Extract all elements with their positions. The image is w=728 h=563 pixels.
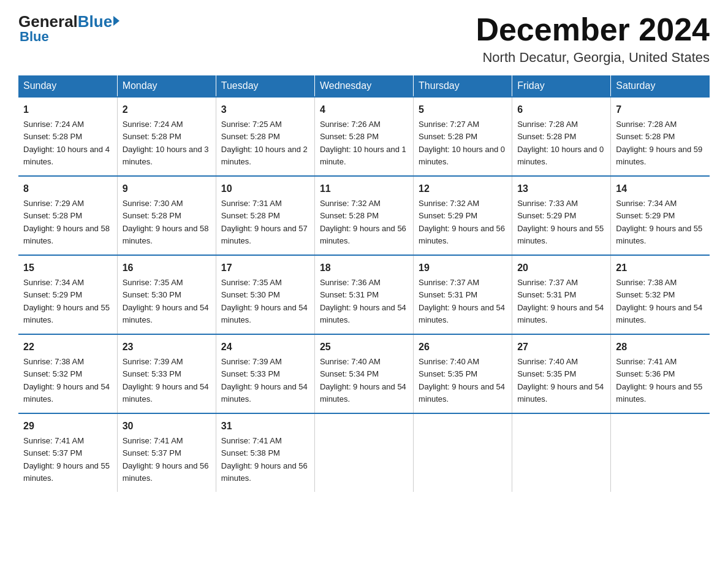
day-info: Sunrise: 7:39 AMSunset: 5:33 PMDaylight:…: [221, 357, 308, 404]
calendar-cell: [611, 413, 710, 492]
calendar-week-5: 29Sunrise: 7:41 AMSunset: 5:37 PMDayligh…: [18, 413, 710, 492]
calendar-cell: 15Sunrise: 7:34 AMSunset: 5:29 PMDayligh…: [18, 255, 117, 334]
day-info: Sunrise: 7:41 AMSunset: 5:37 PMDaylight:…: [23, 436, 110, 483]
day-info: Sunrise: 7:27 AMSunset: 5:28 PMDaylight:…: [419, 120, 505, 166]
day-info: Sunrise: 7:40 AMSunset: 5:34 PMDaylight:…: [320, 357, 406, 404]
col-header-sunday: Sunday: [18, 75, 117, 97]
calendar-week-3: 15Sunrise: 7:34 AMSunset: 5:29 PMDayligh…: [18, 255, 710, 334]
calendar-cell: [414, 413, 512, 492]
day-number: 5: [419, 102, 507, 117]
day-info: Sunrise: 7:29 AMSunset: 5:28 PMDaylight:…: [23, 199, 110, 245]
location-title: North Decatur, Georgia, United States: [476, 50, 710, 66]
calendar-cell: 8Sunrise: 7:29 AMSunset: 5:28 PMDaylight…: [18, 176, 117, 255]
day-info: Sunrise: 7:40 AMSunset: 5:35 PMDaylight:…: [419, 357, 505, 404]
day-info: Sunrise: 7:38 AMSunset: 5:32 PMDaylight:…: [616, 278, 702, 324]
day-info: Sunrise: 7:32 AMSunset: 5:29 PMDaylight:…: [419, 199, 505, 245]
calendar-cell: 10Sunrise: 7:31 AMSunset: 5:28 PMDayligh…: [216, 176, 314, 255]
day-info: Sunrise: 7:30 AMSunset: 5:28 PMDaylight:…: [123, 199, 209, 245]
calendar-cell: 16Sunrise: 7:35 AMSunset: 5:30 PMDayligh…: [117, 255, 216, 334]
day-info: Sunrise: 7:33 AMSunset: 5:29 PMDaylight:…: [517, 199, 604, 245]
day-number: 22: [23, 340, 112, 354]
calendar-cell: 19Sunrise: 7:37 AMSunset: 5:31 PMDayligh…: [414, 255, 512, 334]
calendar-cell: 13Sunrise: 7:33 AMSunset: 5:29 PMDayligh…: [512, 176, 611, 255]
day-info: Sunrise: 7:38 AMSunset: 5:32 PMDaylight:…: [23, 357, 110, 404]
day-number: 11: [320, 182, 408, 196]
day-number: 10: [221, 182, 309, 196]
day-number: 1: [23, 102, 112, 117]
day-info: Sunrise: 7:36 AMSunset: 5:31 PMDaylight:…: [320, 278, 406, 324]
day-number: 16: [123, 261, 211, 275]
day-info: Sunrise: 7:28 AMSunset: 5:28 PMDaylight:…: [616, 120, 702, 166]
day-number: 18: [320, 261, 408, 275]
day-number: 24: [221, 340, 309, 354]
day-number: 28: [616, 340, 705, 354]
col-header-tuesday: Tuesday: [216, 75, 314, 97]
day-info: Sunrise: 7:24 AMSunset: 5:28 PMDaylight:…: [23, 120, 110, 166]
day-number: 13: [517, 182, 605, 196]
col-header-monday: Monday: [117, 75, 216, 97]
day-number: 7: [616, 102, 705, 117]
calendar-cell: 29Sunrise: 7:41 AMSunset: 5:37 PMDayligh…: [18, 413, 117, 492]
day-number: 19: [419, 261, 507, 275]
calendar-cell: 18Sunrise: 7:36 AMSunset: 5:31 PMDayligh…: [314, 255, 413, 334]
day-info: Sunrise: 7:26 AMSunset: 5:28 PMDaylight:…: [320, 120, 406, 166]
calendar-cell: 17Sunrise: 7:35 AMSunset: 5:30 PMDayligh…: [216, 255, 314, 334]
day-number: 17: [221, 261, 309, 275]
calendar-cell: 14Sunrise: 7:34 AMSunset: 5:29 PMDayligh…: [611, 176, 710, 255]
col-header-thursday: Thursday: [414, 75, 512, 97]
calendar-cell: 23Sunrise: 7:39 AMSunset: 5:33 PMDayligh…: [117, 334, 216, 413]
day-info: Sunrise: 7:24 AMSunset: 5:28 PMDaylight:…: [123, 120, 209, 166]
col-header-friday: Friday: [512, 75, 611, 97]
day-info: Sunrise: 7:31 AMSunset: 5:28 PMDaylight:…: [221, 199, 308, 245]
calendar-week-2: 8Sunrise: 7:29 AMSunset: 5:28 PMDaylight…: [18, 176, 710, 255]
calendar-cell: 9Sunrise: 7:30 AMSunset: 5:28 PMDaylight…: [117, 176, 216, 255]
calendar-cell: 30Sunrise: 7:41 AMSunset: 5:37 PMDayligh…: [117, 413, 216, 492]
calendar-cell: 4Sunrise: 7:26 AMSunset: 5:28 PMDaylight…: [314, 97, 413, 176]
calendar-cell: [314, 413, 413, 492]
day-info: Sunrise: 7:37 AMSunset: 5:31 PMDaylight:…: [419, 278, 505, 324]
calendar-cell: 25Sunrise: 7:40 AMSunset: 5:34 PMDayligh…: [314, 334, 413, 413]
calendar-cell: 12Sunrise: 7:32 AMSunset: 5:29 PMDayligh…: [414, 176, 512, 255]
calendar-cell: 31Sunrise: 7:41 AMSunset: 5:38 PMDayligh…: [216, 413, 314, 492]
day-number: 21: [616, 261, 705, 275]
day-number: 4: [320, 102, 408, 117]
calendar-cell: 22Sunrise: 7:38 AMSunset: 5:32 PMDayligh…: [18, 334, 117, 413]
day-number: 12: [419, 182, 507, 196]
day-info: Sunrise: 7:39 AMSunset: 5:33 PMDaylight:…: [123, 357, 209, 404]
calendar-cell: 5Sunrise: 7:27 AMSunset: 5:28 PMDaylight…: [414, 97, 512, 176]
logo-blue-text: Blue: [78, 12, 112, 31]
day-info: Sunrise: 7:41 AMSunset: 5:37 PMDaylight:…: [123, 436, 209, 483]
day-info: Sunrise: 7:41 AMSunset: 5:38 PMDaylight:…: [221, 436, 308, 483]
day-number: 15: [23, 261, 112, 275]
calendar-table: SundayMondayTuesdayWednesdayThursdayFrid…: [18, 75, 710, 492]
day-number: 6: [517, 102, 605, 117]
calendar-cell: 26Sunrise: 7:40 AMSunset: 5:35 PMDayligh…: [414, 334, 512, 413]
calendar-cell: 1Sunrise: 7:24 AMSunset: 5:28 PMDaylight…: [18, 97, 117, 176]
calendar-cell: 11Sunrise: 7:32 AMSunset: 5:28 PMDayligh…: [314, 176, 413, 255]
day-number: 8: [23, 182, 112, 196]
logo: General Blue Blue: [18, 12, 119, 45]
logo-sub: Blue: [20, 29, 49, 45]
calendar-cell: [512, 413, 611, 492]
calendar-cell: 28Sunrise: 7:41 AMSunset: 5:36 PMDayligh…: [611, 334, 710, 413]
day-info: Sunrise: 7:41 AMSunset: 5:36 PMDaylight:…: [616, 357, 702, 404]
day-info: Sunrise: 7:37 AMSunset: 5:31 PMDaylight:…: [517, 278, 604, 324]
col-header-wednesday: Wednesday: [314, 75, 413, 97]
month-title: December 2024: [476, 12, 710, 47]
day-number: 20: [517, 261, 605, 275]
day-number: 3: [221, 102, 309, 117]
calendar-cell: 6Sunrise: 7:28 AMSunset: 5:28 PMDaylight…: [512, 97, 611, 176]
day-number: 27: [517, 340, 605, 354]
day-info: Sunrise: 7:25 AMSunset: 5:28 PMDaylight:…: [221, 120, 308, 166]
calendar-cell: 2Sunrise: 7:24 AMSunset: 5:28 PMDaylight…: [117, 97, 216, 176]
calendar-week-1: 1Sunrise: 7:24 AMSunset: 5:28 PMDaylight…: [18, 97, 710, 176]
day-info: Sunrise: 7:35 AMSunset: 5:30 PMDaylight:…: [221, 278, 308, 324]
calendar-cell: 24Sunrise: 7:39 AMSunset: 5:33 PMDayligh…: [216, 334, 314, 413]
day-number: 25: [320, 340, 408, 354]
calendar-cell: 7Sunrise: 7:28 AMSunset: 5:28 PMDaylight…: [611, 97, 710, 176]
calendar-cell: 21Sunrise: 7:38 AMSunset: 5:32 PMDayligh…: [611, 255, 710, 334]
day-info: Sunrise: 7:28 AMSunset: 5:28 PMDaylight:…: [517, 120, 604, 166]
day-number: 2: [123, 102, 211, 117]
calendar-header: SundayMondayTuesdayWednesdayThursdayFrid…: [18, 75, 710, 97]
calendar-week-4: 22Sunrise: 7:38 AMSunset: 5:32 PMDayligh…: [18, 334, 710, 413]
